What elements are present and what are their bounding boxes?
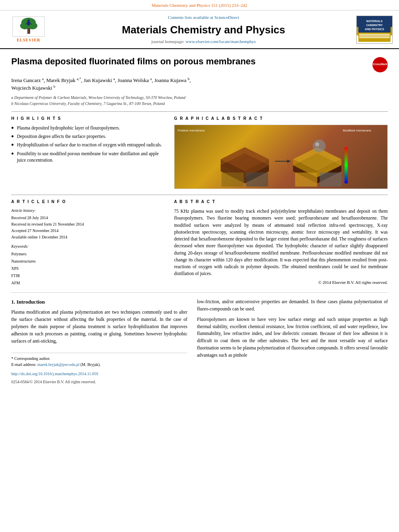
svg-marker-19 xyxy=(287,160,291,163)
journal-citation: Materials Chemistry and Physics 151 (201… xyxy=(152,3,247,8)
affiliation-b: b Nicolaus Copernicus University, Facult… xyxy=(11,101,388,107)
copyright: © 2014 Elsevier B.V. All rights reserved… xyxy=(174,280,388,286)
highlight-item-4: Possibility to use modified porous membr… xyxy=(11,150,166,163)
article-info-abstract-section: A R T I C L E I N F O Article history: R… xyxy=(11,195,388,287)
svg-point-26 xyxy=(313,140,325,152)
graphical-abstract-col: G R A P H I C A L A B S T R A C T Pristi… xyxy=(174,116,388,189)
elsevier-text: ELSEVIER xyxy=(17,37,41,43)
doi-section: http://dx.doi.org/10.1016/j.matchemphys.… xyxy=(11,370,187,377)
paper-title-row: Plasma deposited fluorinated films on po… xyxy=(11,55,388,72)
svg-rect-30 xyxy=(246,173,268,187)
keyword-1: Polymers xyxy=(11,251,166,258)
email-link[interactable]: marek.bryjak@pwr.edu.pl xyxy=(37,362,79,367)
intro-paragraph-2: low-friction, and/or anticorrosive prope… xyxy=(197,298,388,313)
highlights-heading: H I G H L I G H T S xyxy=(11,116,166,121)
body-section: 1. Introduction Plasma modification and … xyxy=(11,298,388,384)
svg-rect-6 xyxy=(27,22,30,25)
received-revised: Received in revised form 21 November 201… xyxy=(11,221,166,228)
journal-header: ELSEVIER Contents lists available at Sci… xyxy=(0,10,399,49)
svg-rect-32 xyxy=(319,173,341,187)
history-label: Article history: xyxy=(11,208,166,214)
keyword-4: FTIR xyxy=(11,272,166,279)
highlight-item-3: Hydrophilization of surface due to react… xyxy=(11,142,166,148)
article-info-col: A R T I C L E I N F O Article history: R… xyxy=(11,199,166,287)
article-info-heading: A R T I C L E I N F O xyxy=(11,199,166,205)
accepted-date: Accepted 27 November 2014 xyxy=(11,228,166,234)
affiliation-a: a Department of Polymer & Carbon Materia… xyxy=(11,94,388,101)
sciencedirect-link: Contents lists available at ScienceDirec… xyxy=(51,14,356,21)
keyword-2: Nanostructures xyxy=(11,258,166,265)
highlights-col: H I G H L I G H T S Plasma deposited hyd… xyxy=(11,116,166,189)
corresponding-note: * Corresponding author. xyxy=(11,355,187,362)
intro-title: 1. Introduction xyxy=(11,298,187,306)
highlight-item-2: Deposition degree affects the surface pr… xyxy=(11,133,166,140)
journal-center: Contents lists available at ScienceDirec… xyxy=(51,14,356,45)
svg-point-5 xyxy=(27,20,30,22)
body-right-col: low-friction, and/or anticorrosive prope… xyxy=(197,298,388,384)
keywords-section: Keywords: Polymers Nanostructures XPS FT… xyxy=(11,244,166,287)
journal-homepage: journal homepage: www.elsevier.com/locat… xyxy=(51,39,356,45)
svg-rect-31 xyxy=(295,173,317,187)
highlight-item-1: Plasma deposited hydrophobic layer of fl… xyxy=(11,125,166,131)
svg-point-27 xyxy=(315,142,319,146)
authors: Irena Gancarz a, Marek Bryjak a,*, Jan K… xyxy=(11,76,388,92)
elsevier-tree-logo xyxy=(12,16,45,37)
svg-rect-4 xyxy=(27,28,30,34)
svg-rect-29 xyxy=(221,173,243,187)
intro-paragraph-1: Plasma modification and plasma polymeriz… xyxy=(11,309,187,345)
elsevier-logo: ELSEVIER xyxy=(6,16,51,43)
paper-title: Plasma deposited fluorinated films on po… xyxy=(11,55,364,68)
article-history: Article history: Received 28 July 2014 R… xyxy=(11,208,166,240)
main-content: Plasma deposited fluorinated films on po… xyxy=(0,49,399,391)
graphical-abstract-image: Pristine membrane Modified membrane xyxy=(174,125,388,189)
doi-link[interactable]: http://dx.doi.org/10.1016/j.matchemphys.… xyxy=(11,372,98,376)
affiliations: a Department of Polymer & Carbon Materia… xyxy=(11,94,388,107)
intro-paragraph-3: Fluoropolymers are known to have very lo… xyxy=(197,316,388,359)
journal-right-logo: MATERIALS CHEMISTRY AND PHYSICS xyxy=(356,16,393,44)
journal-homepage-link[interactable]: www.elsevier.com/locate/matchemphys xyxy=(185,39,256,44)
top-bar: Materials Chemistry and Physics 151 (201… xyxy=(0,0,399,10)
graphical-abstract-heading: G R A P H I C A L A B S T R A C T xyxy=(174,116,388,121)
body-left-col: 1. Introduction Plasma modification and … xyxy=(11,298,187,384)
abstract-heading: A B S T R A C T xyxy=(174,199,388,205)
abstract-col: A B S T R A C T 75 KHz plasma was used t… xyxy=(174,199,388,287)
received-date: Received 28 July 2014 xyxy=(11,215,166,221)
crossmark-badge: CrossMark xyxy=(372,57,388,72)
email-note: E-mail address: marek.bryjak@pwr.edu.pl … xyxy=(11,362,187,368)
keywords-label: Keywords: xyxy=(11,244,166,249)
issn-line: 0254-0584/© 2014 Elsevier B.V. All right… xyxy=(11,379,187,385)
svg-rect-28 xyxy=(344,147,348,183)
highlights-list: Plasma deposited hydrophobic layer of fl… xyxy=(11,125,166,163)
keyword-3: XPS xyxy=(11,265,166,272)
journal-title: Materials Chemistry and Physics xyxy=(51,23,356,37)
keywords-list: Polymers Nanostructures XPS FTIR AFM xyxy=(11,251,166,287)
abstract-text: 75 KHz plasma was used to modify track e… xyxy=(174,208,388,277)
keyword-5: AFM xyxy=(11,279,166,287)
section-divider xyxy=(11,292,388,293)
footnote-area: * Corresponding author. E-mail address: … xyxy=(11,353,187,384)
highlights-graphical-section: H I G H L I G H T S Plasma deposited hyd… xyxy=(11,111,388,189)
available-date: Available online 1 December 2014 xyxy=(11,234,166,240)
